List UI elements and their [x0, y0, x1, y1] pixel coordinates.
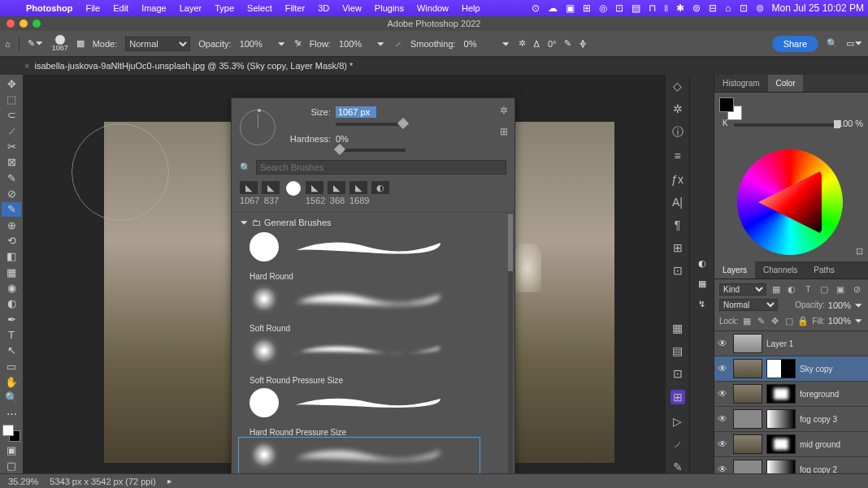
panel-icon[interactable]: ¶ [671, 218, 685, 231]
layer-mask-thumb[interactable] [766, 384, 796, 404]
layer-name[interactable]: fog copy 2 [800, 465, 865, 474]
layer-thumb[interactable] [733, 409, 762, 429]
brush-size-display[interactable]: 1067 [52, 35, 68, 52]
eraser-tool[interactable]: ◧ [2, 249, 21, 264]
status-icon[interactable]: ⊓ [644, 2, 660, 14]
brush-scroll-thumb[interactable] [508, 214, 513, 271]
lock-position-icon[interactable]: ✥ [770, 314, 780, 327]
panel-icon[interactable]: ◇ [671, 80, 685, 93]
home-icon[interactable]: ⌂ [5, 39, 11, 49]
brush-hardness-slider[interactable] [336, 149, 406, 152]
pressure-size-icon[interactable]: ✎ [564, 38, 571, 49]
brush-angle-wheel[interactable] [240, 110, 276, 145]
opacity-dropdown-icon[interactable]: ⏷ [277, 39, 286, 49]
close-tab-icon[interactable]: × [24, 61, 29, 71]
brush-item[interactable]: Hard Round [240, 231, 506, 283]
dropdown-icon[interactable]: ⏷ [854, 316, 863, 326]
layer-row[interactable]: 👁 fog copy 3 [714, 407, 868, 432]
panel-icon[interactable]: ⊡ [671, 367, 685, 380]
clone-tool[interactable]: ⊕ [2, 218, 21, 232]
visibility-icon[interactable]: 👁 [718, 438, 729, 450]
visibility-icon[interactable]: 👁 [718, 388, 729, 399]
flow-input[interactable] [339, 37, 368, 51]
color-wheel[interactable] [737, 149, 843, 255]
status-icon[interactable]: ▤ [627, 2, 644, 14]
pressure-opacity-icon[interactable]: ✎̷ [294, 38, 302, 49]
panel-icon[interactable]: ▦ [698, 279, 706, 289]
angle-value[interactable]: 0° [548, 39, 557, 49]
menubar-app-name[interactable]: Photoshop [20, 3, 79, 13]
layer-thumb[interactable] [733, 334, 762, 353]
visibility-icon[interactable]: 👁 [718, 413, 729, 425]
flow-dropdown-icon[interactable]: ⏷ [376, 39, 385, 49]
status-icon[interactable]: ⊙ [527, 2, 544, 14]
tab-histogram[interactable]: Histogram [714, 75, 768, 92]
tab-channels[interactable]: Channels [755, 261, 805, 279]
zoom-tool[interactable]: 🔍 [2, 391, 21, 405]
layer-thumb[interactable] [733, 384, 762, 404]
brush-folder[interactable]: ⏷ 🗀 General Brushes [240, 214, 506, 231]
filter-pixel-icon[interactable]: ▦ [770, 283, 783, 296]
history-brush-tool[interactable]: ⟲ [2, 233, 21, 248]
brush-item[interactable]: Soft Round Pressure Size [240, 335, 506, 387]
path-select-tool[interactable]: ↖ [2, 343, 21, 358]
search-icon[interactable]: 🔍 [827, 38, 838, 49]
menu-select[interactable]: Select [241, 3, 279, 13]
filter-smart-icon[interactable]: ▣ [834, 283, 847, 296]
maximize-window-button[interactable] [33, 19, 41, 28]
recent-brush[interactable]: ◣1689 [349, 181, 369, 205]
menu-plugins[interactable]: Plugins [368, 3, 410, 13]
tab-layers[interactable]: Layers [714, 261, 755, 279]
canvas-area[interactable]: ✲ ⊞ Size: Hardness: 0% [23, 75, 665, 473]
shape-tool[interactable]: ▭ [2, 359, 21, 374]
recent-brush[interactable]: ◣1562 [306, 181, 325, 205]
menu-view[interactable]: View [336, 3, 368, 13]
filter-adjust-icon[interactable]: ◐ [786, 283, 799, 296]
spotlight-icon[interactable]: ⊡ [736, 2, 752, 14]
menu-help[interactable]: Help [455, 3, 487, 13]
menubar-datetime[interactable]: Mon Jul 25 10:02 PM [768, 2, 868, 14]
lock-all-icon[interactable]: 🔒 [797, 314, 809, 327]
dodge-tool[interactable]: ◐ [2, 296, 21, 311]
panel-icon[interactable]: ↯ [698, 299, 705, 309]
layer-row[interactable]: 👁 mid ground [714, 432, 868, 457]
visibility-icon[interactable]: 👁 [718, 338, 729, 349]
color-swatches[interactable] [2, 425, 20, 442]
bluetooth-icon[interactable]: ⊟ [705, 2, 721, 14]
recent-brush[interactable]: ◣1067 [240, 181, 259, 205]
blend-mode-select[interactable]: Normal [719, 299, 778, 311]
menu-window[interactable]: Window [410, 3, 455, 13]
eyedropper-tool[interactable]: ✎ [2, 171, 21, 185]
menu-type[interactable]: Type [208, 3, 241, 13]
panel-icon[interactable]: ⓘ [671, 125, 685, 140]
layer-row[interactable]: 👁 Layer 1 [714, 331, 868, 356]
quickmask-icon[interactable]: ▣ [2, 443, 21, 457]
brush-size-slider[interactable] [336, 123, 406, 126]
layer-name[interactable]: foreground [800, 390, 865, 399]
zoom-level[interactable]: 35.29% [8, 477, 38, 486]
toolbar-more[interactable]: ⋯ [2, 406, 21, 421]
layer-row[interactable]: 👁 fog copy 2 [714, 457, 868, 473]
control-center-icon[interactable]: ⊜ [752, 2, 768, 14]
move-tool[interactable]: ✥ [2, 76, 21, 91]
recent-brush[interactable] [284, 181, 303, 205]
panel-icon[interactable]: ◐ [698, 258, 706, 269]
panel-icon[interactable]: ≡ [671, 149, 685, 162]
type-tool[interactable]: T [2, 327, 21, 342]
brush-tool[interactable]: ✎ [2, 202, 21, 217]
status-icon[interactable]: ⊡ [611, 2, 627, 14]
layer-thumb[interactable] [733, 434, 762, 454]
search-brushes-input[interactable] [256, 160, 506, 175]
panel-icon[interactable]: ⟋ [671, 438, 685, 451]
panel-icon[interactable]: ✎ [671, 460, 685, 473]
layer-thumb[interactable] [733, 359, 762, 378]
new-brush-preset-icon[interactable]: ⊞ [500, 126, 508, 137]
status-icon[interactable]: ⊞ [579, 2, 595, 14]
layer-name[interactable]: mid ground [800, 440, 865, 449]
brush-panel-toggle-icon[interactable]: ▩ [76, 38, 85, 49]
color-opacity-value[interactable]: 100 % [838, 119, 863, 128]
menu-layer[interactable]: Layer [173, 3, 209, 13]
layer-mask-thumb[interactable] [766, 359, 796, 378]
healing-tool[interactable]: ⊘ [2, 186, 21, 201]
mode-select[interactable]: Normal [125, 37, 190, 51]
